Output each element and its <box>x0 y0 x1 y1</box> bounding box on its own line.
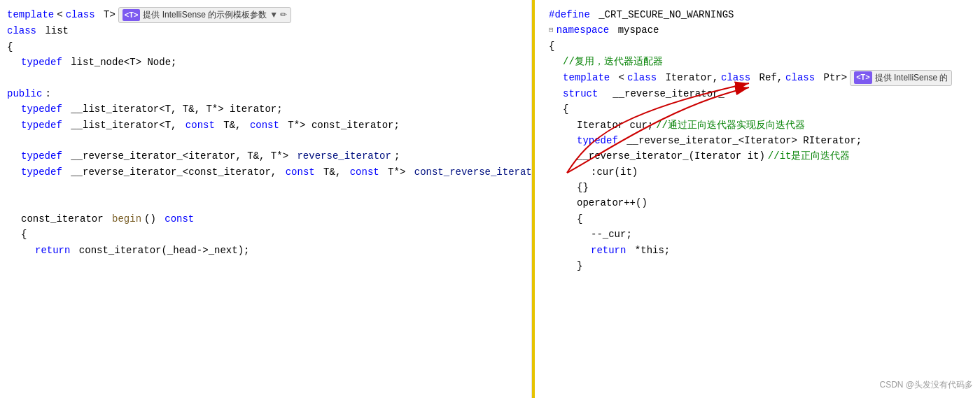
kw-const4: const <box>350 164 379 180</box>
code-line-cur-init: :cur(it) <box>549 164 980 180</box>
kw-define: #define <box>549 7 590 22</box>
code-line-op-close: } <box>549 258 980 273</box>
begin-open-brace: { <box>21 227 27 242</box>
kw-const1: const <box>186 118 215 133</box>
comment-text2: //通过正向迭代器实现反向迭代器 <box>656 118 805 133</box>
kw-class-r1: class <box>627 70 657 85</box>
comment-text1: //复用，迭代器适配器 <box>563 54 663 69</box>
kw-typedef5: typedef <box>21 164 62 180</box>
struct-open-brace: { <box>563 101 568 117</box>
kw-return: return <box>35 243 70 258</box>
kw-typedef2: typedef <box>21 101 62 117</box>
code-line-operator: operator++() <box>549 195 980 211</box>
code-line-begin-open: { <box>7 227 531 242</box>
code-line-open: { <box>7 39 531 55</box>
kw-const2: const <box>250 118 279 133</box>
citer-end: T&, <box>218 118 247 133</box>
kw-typedef4: typedef <box>21 148 62 164</box>
code-line-template-right: template <class Iterator,class Ref,class… <box>549 70 980 86</box>
const-reverse-iter-name: const_reverse_iterator <box>414 164 532 180</box>
kw-class-r2: class <box>721 70 750 85</box>
typedef-riter2-text: __reverse_iterator_<Iterator> RIterator; <box>621 133 862 148</box>
kw-return-r: return <box>591 243 626 258</box>
citer-end2: T*> const_iterator; <box>282 118 400 133</box>
code-line-return-this: return *this; <box>549 243 980 258</box>
typedef-iter-text: __list_iterator<T, T&, T*> iterator; <box>65 101 283 117</box>
comment-text3: //it是正向迭代器 <box>768 148 850 164</box>
namespace-name: myspace <box>612 22 659 38</box>
op-open-brace: { <box>577 211 582 227</box>
keyword-class2: class <box>7 23 36 38</box>
begin-params: () <box>144 211 162 227</box>
code-line-struct: struct __reverse_iterator_ <box>549 86 980 101</box>
template-bracket: < <box>57 7 62 22</box>
typedef1-text: list_node<T> Node; <box>65 55 177 70</box>
keyword-template: template <box>7 7 54 22</box>
template-r-bracket: < <box>612 70 624 85</box>
kw-const5: const <box>164 211 194 227</box>
code-line-struct-open: { <box>549 101 980 117</box>
code-line-empty1 <box>7 70 531 85</box>
intellisense-badge-left[interactable]: <T> 提供 IntelliSense 的示例模板参数 ▼ ✏ <box>118 7 292 23</box>
code-line-public: public: <box>7 86 531 101</box>
code-line-typedef1: typedef list_node<T> Node; <box>7 55 531 70</box>
constructor-text: __reverse_iterator_(Iterator it) <box>577 148 765 164</box>
begin-text: const_iterator <box>21 211 109 227</box>
code-line-begin: const_iterator begin() const <box>7 211 531 227</box>
iter-cur-text: Iterator cur; <box>577 118 653 133</box>
decrement-text: --_cur; <box>591 227 632 242</box>
typedef-citer-text: __list_iterator<T, <box>65 118 183 133</box>
kw-const3: const <box>286 164 315 180</box>
kw-typedef-r: typedef <box>577 133 618 148</box>
return-text: const_iterator(_head->_next); <box>73 243 249 258</box>
code-line-empty-body: {} <box>549 180 980 195</box>
empty-body-text: {} <box>577 180 589 195</box>
reverse-iter-name: reverse_iterator <box>297 148 391 164</box>
code-line-empty4 <box>7 195 531 211</box>
define-text: _CRT_SECURE_NO_WARNINGS <box>593 7 734 22</box>
code-line-typedef-criter: typedef __reverse_iterator_<const_iterat… <box>7 164 531 180</box>
cur-init-text: :cur(it) <box>591 164 638 180</box>
semicolon1: ; <box>394 148 400 164</box>
kw-class-r3: class <box>785 70 815 85</box>
left-panel: template<class T> <T> 提供 IntelliSense 的示… <box>0 0 532 398</box>
watermark: CSDN @头发没有代码多 <box>879 379 973 391</box>
code-line-op-open: { <box>549 211 980 227</box>
ns-open-brace: { <box>549 38 554 54</box>
collapse-btn[interactable]: ⊟ <box>549 24 554 37</box>
code-line-comment1: //复用，迭代器适配器 <box>549 54 980 69</box>
colon: : <box>45 86 50 101</box>
op-close-brace: } <box>577 258 582 273</box>
t-badge: <T> <box>122 9 141 22</box>
template-r-ptr: Ptr> <box>818 70 847 85</box>
code-line-empty3 <box>7 180 531 195</box>
right-panel-inner: #define _CRT_SECURE_NO_WARNINGS ⊟ namesp… <box>539 7 980 273</box>
code-line-template: template<class T> <T> 提供 IntelliSense 的示… <box>7 7 531 23</box>
code-line-typedef-iter: typedef __list_iterator<T, T&, T*> itera… <box>7 101 531 117</box>
code-line-define: #define _CRT_SECURE_NO_WARNINGS <box>549 7 980 22</box>
criter-end2: T*> <box>382 164 412 180</box>
class-name: list <box>39 23 69 38</box>
edit-icon[interactable]: ▼ ✏ <box>270 8 287 22</box>
template-r-ref: Ref, <box>753 70 783 85</box>
begin-name: begin <box>112 211 141 227</box>
kw-typedef1: typedef <box>21 55 62 70</box>
main-container: template<class T> <T> 提供 IntelliSense 的示… <box>0 0 980 398</box>
open-brace: { <box>7 39 13 55</box>
intellisense-text-r: 提供 IntelliSense 的 <box>875 71 948 85</box>
code-line-decrement: --_cur; <box>549 227 980 242</box>
code-line-iter-cur: Iterator cur;//通过正向迭代器实现反向迭代器 <box>549 118 980 133</box>
code-line-ns-open: { <box>549 38 980 54</box>
typedef-riter-text: __reverse_iterator_<iterator, T&, T*> <box>65 148 295 164</box>
typedef-criter-text: __reverse_iterator_<const_iterator, <box>65 164 283 180</box>
intellisense-text: 提供 IntelliSense 的示例模板参数 <box>143 8 267 22</box>
kw-public: public <box>7 86 42 101</box>
template-r-iter: Iterator, <box>659 70 718 85</box>
code-line-namespace: ⊟ namespace myspace <box>549 22 980 38</box>
code-line-empty2 <box>7 133 531 148</box>
criter-end: T&, <box>318 164 347 180</box>
kw-struct: struct <box>563 86 598 101</box>
intellisense-badge-right[interactable]: <T> 提供 IntelliSense 的 <box>850 70 952 86</box>
template-t: T> <box>98 7 115 22</box>
t-badge-r: <T> <box>854 71 872 84</box>
